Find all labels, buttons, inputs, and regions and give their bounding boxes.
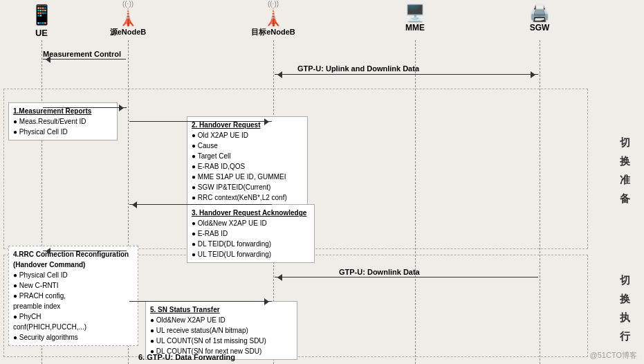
meas-reports-box: 1.Measurement Reports ● Meas.Result/Even… <box>8 102 118 140</box>
diagram-container: 切换准备 切换执行 📱 UE ((·)) 🗼 源eNodeB ((·)) 🗼 目… <box>0 0 644 364</box>
exec-section-label: 切换执行 <box>611 266 638 349</box>
target-enodeb-icon: ((·)) <box>242 0 304 8</box>
measurement-control-arrow <box>43 59 126 60</box>
handover-req-ack-box: 3. Handover Request Acknowledge ● Old&Ne… <box>187 204 315 263</box>
handover-req-box: 2. Handover Request ● Old X2AP UE ID ● C… <box>187 116 308 206</box>
target-enodeb-tower: 🗼 <box>242 8 304 27</box>
gtp-updown-label: GTP-U: Uplink and Downlink Data <box>297 64 419 73</box>
source-enodeb-label: 源eNodeB <box>100 27 156 37</box>
mme-column: 🖥️ MME <box>391 3 439 33</box>
gtp-downlink-label: GTP-U: Downlink Data <box>339 268 420 276</box>
sgw-vline <box>540 40 540 364</box>
ue-column: 📱 UE <box>21 0 62 38</box>
sn-status-box: 5. SN Status Transfer ● Old&New X2AP UE … <box>145 301 297 360</box>
mme-vline <box>415 40 416 364</box>
watermark: @51CTO博客 <box>590 350 637 361</box>
source-enodeb-column: ((·)) 🗼 源eNodeB <box>100 0 156 37</box>
sgw-label: SGW <box>515 23 564 33</box>
rrc-reconfig-arrow <box>43 251 127 251</box>
handover-req-arrow <box>129 121 272 122</box>
sgw-icon: 🖨️ <box>515 3 564 23</box>
ue-label: UE <box>21 28 62 38</box>
rrc-reconfig-box: 4.RRC Connection Reconfiguration (Handov… <box>8 246 138 346</box>
source-enodeb-tower: 🗼 <box>100 8 156 27</box>
meas-reports-arrow <box>43 107 127 108</box>
sgw-column: 🖨️ SGW <box>515 3 564 33</box>
target-enodeb-column: ((·)) 🗼 目标eNodeB <box>242 0 304 37</box>
gtp-updown-arrow <box>275 74 538 75</box>
gtp-downlink-arrow <box>275 277 538 277</box>
gtp-forwarding-label: 6. GTP-U: Data Forwarding <box>138 353 235 361</box>
mme-label: MME <box>391 23 439 33</box>
sn-status-arrow <box>129 301 272 302</box>
mme-icon: 🖥️ <box>391 3 439 23</box>
prep-section-label: 切换准备 <box>611 102 638 237</box>
ue-icon: 📱 <box>21 3 62 26</box>
handover-ack-arrow <box>129 204 272 205</box>
measurement-control-label: Measurement Control <box>43 50 121 58</box>
target-enodeb-label: 目标eNodeB <box>242 27 304 37</box>
source-enodeb-icon: ((·)) <box>100 0 156 8</box>
